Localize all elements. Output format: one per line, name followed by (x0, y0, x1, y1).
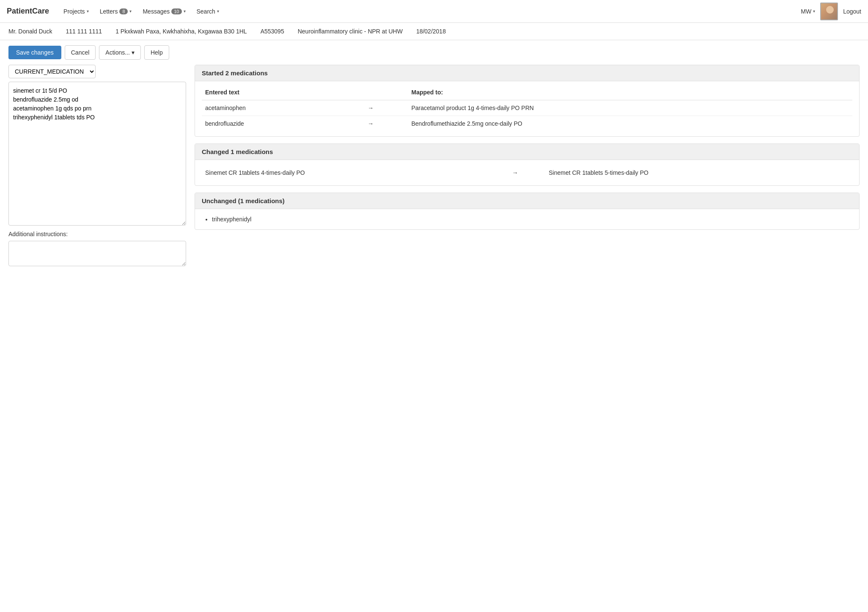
entered-text: bendrofluazide (202, 116, 364, 132)
entered-text: acetaminophen (202, 100, 364, 116)
letters-badge: 8 (119, 8, 128, 14)
nav-projects[interactable]: Projects ▾ (59, 6, 93, 17)
projects-label: Projects (63, 8, 85, 15)
actions-chevron-icon: ▾ (132, 49, 135, 56)
search-label: Search (197, 8, 215, 15)
changed-medications-header: Changed 1 medications (195, 144, 859, 160)
col-mapped-to: Mapped to: (408, 86, 852, 100)
patient-clinic: Neuroinflammatory clinic - NPR at UHW (298, 28, 403, 35)
logout-button[interactable]: Logout (843, 8, 861, 15)
projects-chevron-icon: ▾ (87, 9, 89, 14)
changed-to-text: Sinemet CR 1tablets 5-times-daily PO (545, 165, 852, 180)
unchanged-medications-list: trihexyphenidyl (202, 214, 852, 224)
changed-medication-row: Sinemet CR 1tablets 4-times-daily PO → S… (202, 165, 852, 180)
patient-address: 1 Pkxkwah Paxa, Kwkhahixha, Kxgawaa B30 … (115, 28, 247, 35)
app-brand: PatientCare (7, 7, 49, 16)
left-panel: CURRENT_MEDICATION PAST_MEDICATION sinem… (8, 65, 186, 266)
messages-badge: 10 (171, 8, 181, 14)
nav-items: Projects ▾ Letters 8 ▾ Messages 10 ▾ Sea… (59, 6, 801, 17)
letters-chevron-icon: ▾ (129, 9, 132, 14)
table-row: acetaminophen → Paracetamol product 1g 4… (202, 100, 852, 116)
cancel-button[interactable]: Cancel (65, 45, 96, 60)
list-item: trihexyphenidyl (212, 214, 852, 224)
save-changes-button[interactable]: Save changes (8, 46, 61, 59)
additional-instructions-label: Additional instructions: (8, 231, 186, 237)
medication-textarea[interactable]: sinemet cr 1t 5/d PO bendrofluazide 2.5m… (8, 82, 186, 226)
user-chevron-icon: ▾ (813, 9, 815, 14)
nav-messages[interactable]: Messages 10 ▾ (138, 6, 190, 17)
unchanged-medications-body: trihexyphenidyl (195, 209, 859, 229)
main-content: CURRENT_MEDICATION PAST_MEDICATION sinem… (0, 65, 868, 275)
col-arrow-header (364, 86, 408, 100)
search-chevron-icon: ▾ (217, 9, 219, 14)
mapped-text: Bendroflumethiazide 2.5mg once-daily PO (408, 116, 852, 132)
started-medications-card: Started 2 medications Entered text Mappe… (195, 65, 860, 137)
nav-user[interactable]: MW ▾ (801, 8, 815, 15)
avatar[interactable] (820, 3, 838, 20)
letters-label: Letters (100, 8, 118, 15)
changed-from-text: Sinemet CR 1tablets 4-times-daily PO (202, 165, 509, 180)
unchanged-medications-header: Unchanged (1 medications) (195, 193, 859, 209)
started-medications-body: Entered text Mapped to: acetaminophen → … (195, 81, 859, 136)
navbar: PatientCare Projects ▾ Letters 8 ▾ Messa… (0, 0, 868, 23)
messages-chevron-icon: ▾ (184, 9, 186, 14)
medication-type-select[interactable]: CURRENT_MEDICATION PAST_MEDICATION (8, 65, 96, 78)
unchanged-medications-card: Unchanged (1 medications) trihexyphenidy… (195, 193, 860, 230)
toolbar: Save changes Cancel Actions... ▾ Help (0, 40, 868, 65)
user-initials: MW (801, 8, 811, 15)
patient-date: 18/02/2018 (416, 28, 446, 35)
help-button[interactable]: Help (144, 45, 169, 60)
changed-medications-table: Sinemet CR 1tablets 4-times-daily PO → S… (202, 165, 852, 180)
started-medications-header: Started 2 medications (195, 65, 859, 81)
patient-id: A553095 (261, 28, 284, 35)
mapped-text: Paracetamol product 1g 4-times-daily PO … (408, 100, 852, 116)
patient-name: Mr. Donald Duck (8, 28, 52, 35)
changed-medications-body: Sinemet CR 1tablets 4-times-daily PO → S… (195, 160, 859, 185)
messages-label: Messages (143, 8, 170, 15)
actions-button[interactable]: Actions... ▾ (99, 45, 141, 60)
patient-bar: Mr. Donald Duck 111 111 1111 1 Pkxkwah P… (0, 23, 868, 40)
arrow-icon: → (364, 116, 408, 132)
nav-letters[interactable]: Letters 8 ▾ (96, 6, 136, 17)
additional-instructions-textarea[interactable] (8, 241, 186, 266)
avatar-image (821, 3, 837, 19)
actions-label: Actions... (105, 49, 130, 56)
right-panel: Started 2 medications Entered text Mappe… (195, 65, 860, 266)
table-row: bendrofluazide → Bendroflumethiazide 2.5… (202, 116, 852, 132)
nav-search[interactable]: Search ▾ (192, 6, 223, 17)
arrow-icon: → (364, 100, 408, 116)
changed-medications-card: Changed 1 medications Sinemet CR 1tablet… (195, 143, 860, 186)
nav-right: MW ▾ Logout (801, 3, 861, 20)
changed-arrow-icon: → (509, 165, 545, 180)
patient-phone: 111 111 1111 (66, 28, 102, 35)
col-entered-text: Entered text (202, 86, 364, 100)
started-medications-table: Entered text Mapped to: acetaminophen → … (202, 86, 852, 131)
medication-select-row: CURRENT_MEDICATION PAST_MEDICATION (8, 65, 186, 78)
